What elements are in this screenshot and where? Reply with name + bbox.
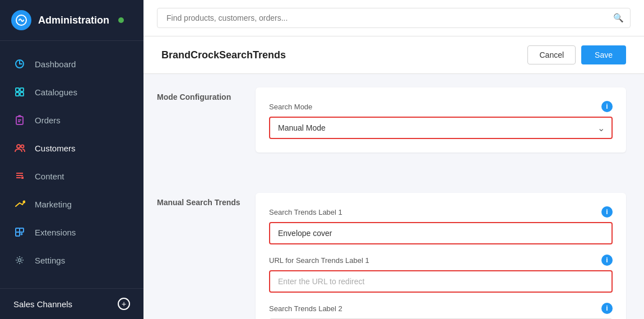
search-mode-info-icon[interactable]: i xyxy=(601,101,613,112)
trends-url1-info-icon[interactable]: i xyxy=(601,255,613,266)
trends-label1-input[interactable] xyxy=(269,222,613,244)
customers-icon xyxy=(13,142,26,154)
trends-label2-row: Search Trends Label 2 i xyxy=(269,303,613,314)
mode-config-main: Search Mode i Manual Mode ⌄ xyxy=(256,74,644,179)
manual-trends-card: Search Trends Label 1 i URL for Search T… xyxy=(256,193,626,319)
trends-url1-label: URL for Search Trends Label 1 xyxy=(269,256,369,265)
sidebar-item-orders[interactable]: Orders xyxy=(0,106,143,134)
svg-rect-11 xyxy=(20,228,24,232)
svg-rect-10 xyxy=(16,228,20,232)
marketing-icon xyxy=(13,198,26,210)
mode-config-label: Mode Configuration xyxy=(157,93,231,101)
mode-config-card: Search Mode i Manual Mode ⌄ xyxy=(256,87,626,152)
sidebar-item-content-label: Content xyxy=(35,172,64,181)
content-icon xyxy=(13,170,26,182)
search-icon: 🔍 xyxy=(613,13,624,23)
sidebar-item-extensions-label: Extensions xyxy=(35,228,76,237)
manual-trends-label-col: Manual Search Trends xyxy=(143,179,256,319)
search-mode-label-row: Search Mode i xyxy=(269,101,613,112)
sidebar-item-marketing-label: Marketing xyxy=(35,200,72,209)
manual-trends-label: Manual Search Trends xyxy=(157,198,240,207)
mode-config-section: Mode Configuration Search Mode i Manual … xyxy=(143,74,644,179)
trends-label1: Search Trends Label 1 xyxy=(269,208,342,216)
mode-config-label-col: Mode Configuration xyxy=(143,74,256,179)
sidebar-item-extensions[interactable]: Extensions xyxy=(0,218,143,246)
add-sales-channel-button[interactable]: + xyxy=(118,298,130,310)
svg-point-9 xyxy=(24,201,25,203)
sidebar-header: Administration xyxy=(0,0,143,41)
search-wrap: 🔍 xyxy=(157,8,631,28)
search-mode-select[interactable]: Manual Mode xyxy=(269,117,613,139)
trends-label2: Search Trends Label 2 xyxy=(269,304,342,313)
sidebar-item-catalogues-label: Catalogues xyxy=(35,87,77,97)
header-actions: Cancel Save xyxy=(527,45,626,64)
sales-channels-label: Sales Channels xyxy=(13,299,72,309)
sidebar-item-customers-label: Customers xyxy=(35,144,76,153)
trends-label1-row: Search Trends Label 1 i xyxy=(269,206,613,218)
sidebar: Administration Dashboard Catalogues Orde… xyxy=(0,0,143,319)
sidebar-item-dashboard[interactable]: Dashboard xyxy=(0,50,143,78)
search-input[interactable] xyxy=(157,8,631,28)
sidebar-footer: Sales Channels + xyxy=(0,288,143,319)
sidebar-item-dashboard-label: Dashboard xyxy=(35,59,76,69)
dashboard-icon xyxy=(13,58,26,70)
sidebar-item-catalogues[interactable]: Catalogues xyxy=(0,78,143,106)
orders-icon xyxy=(13,114,26,126)
sidebar-item-content[interactable]: Content xyxy=(0,162,143,190)
sidebar-nav: Dashboard Catalogues Orders Customers Co… xyxy=(0,41,143,288)
extensions-icon xyxy=(13,226,26,238)
sidebar-item-marketing[interactable]: Marketing xyxy=(0,190,143,218)
sidebar-item-settings[interactable]: Settings xyxy=(0,246,143,274)
svg-point-13 xyxy=(18,259,21,262)
status-dot xyxy=(118,17,124,23)
manual-trends-section: Manual Search Trends Search Trends Label… xyxy=(143,179,644,319)
topbar: 🔍 xyxy=(143,0,644,36)
trends-label1-info-icon[interactable]: i xyxy=(601,206,613,218)
trends-url1-row: URL for Search Trends Label 1 i xyxy=(269,255,613,266)
sidebar-item-settings-label: Settings xyxy=(35,256,65,265)
sidebar-title: Administration xyxy=(38,15,109,26)
sidebar-item-customers[interactable]: Customers xyxy=(0,134,143,162)
save-button[interactable]: Save xyxy=(581,45,626,64)
search-mode-label: Search Mode xyxy=(269,103,312,111)
trends-url1-input[interactable] xyxy=(269,270,613,293)
catalogues-icon xyxy=(13,86,26,98)
svg-rect-1 xyxy=(16,88,19,91)
sidebar-item-orders-label: Orders xyxy=(35,115,61,125)
cancel-button[interactable]: Cancel xyxy=(527,45,576,64)
svg-rect-3 xyxy=(16,93,19,96)
svg-rect-8 xyxy=(21,177,24,179)
trends-label2-info-icon[interactable]: i xyxy=(601,303,613,314)
app-logo xyxy=(11,10,31,30)
settings-icon xyxy=(13,254,26,266)
svg-point-6 xyxy=(17,145,20,148)
svg-point-7 xyxy=(21,145,24,148)
svg-rect-4 xyxy=(20,93,24,96)
manual-trends-main: Search Trends Label 1 i URL for Search T… xyxy=(256,179,644,319)
svg-rect-2 xyxy=(20,88,24,91)
page-header: BrandCrockSearchTrends Cancel Save xyxy=(143,36,644,74)
main-content: 🔍 BrandCrockSearchTrends Cancel Save Mod… xyxy=(143,0,644,319)
page-title: BrandCrockSearchTrends xyxy=(161,49,286,61)
search-mode-select-wrap: Manual Mode ⌄ xyxy=(269,117,613,139)
svg-rect-12 xyxy=(16,232,20,236)
